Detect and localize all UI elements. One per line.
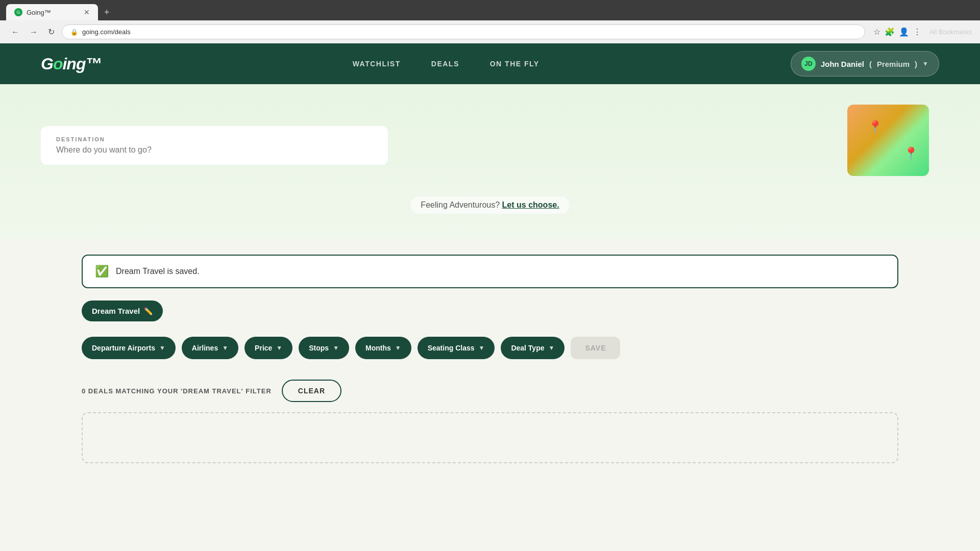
departure-airports-label: Departure Airports xyxy=(92,344,155,352)
user-badge-text: Premium xyxy=(877,60,910,68)
let-us-choose-link[interactable]: Let us choose. xyxy=(502,201,559,209)
app-header: Going™ WATCHLIST DEALS ON THE FLY JD Joh… xyxy=(0,43,980,84)
user-name: John Daniel xyxy=(821,60,864,68)
user-menu[interactable]: JD John Daniel (Premium) ▼ xyxy=(791,51,939,77)
hero-left: DESTINATION xyxy=(41,126,837,165)
months-filter[interactable]: Months ▼ xyxy=(355,337,411,359)
success-check-icon: ✅ xyxy=(95,265,109,278)
seating-class-chevron-icon: ▼ xyxy=(479,344,485,352)
menu-button[interactable]: ⋮ xyxy=(913,27,921,37)
browser-chrome: G Going™ ✕ + ← → ↻ 🔒 going.com/deals ☆ 🧩… xyxy=(0,0,980,43)
adventurous-wrapper: Feeling Adventurous? Let us choose. xyxy=(41,186,939,224)
price-filter[interactable]: Price ▼ xyxy=(244,337,292,359)
active-tab: G Going™ ✕ xyxy=(6,4,98,20)
success-message: Dream Travel is saved. xyxy=(116,267,200,276)
months-label: Months xyxy=(365,344,391,352)
deals-count-text: 0 DEALS MATCHING YOUR 'DREAM TRAVEL' FIL… xyxy=(82,387,272,395)
dream-travel-tag[interactable]: Dream Travel ✏️ xyxy=(82,300,163,321)
destination-label: DESTINATION xyxy=(56,136,373,142)
clear-button[interactable]: CLEAR xyxy=(282,380,341,402)
adventurous-label: Feeling Adventurous? xyxy=(421,201,500,209)
deal-type-label: Deal Type xyxy=(511,344,544,352)
destination-box: DESTINATION xyxy=(41,126,388,165)
tab-title: Going™ xyxy=(27,9,51,16)
stops-label: Stops xyxy=(309,344,329,352)
bookmarks-label: All Bookmarks xyxy=(929,28,972,36)
back-button[interactable]: ← xyxy=(8,26,22,39)
refresh-button[interactable]: ↻ xyxy=(45,25,58,39)
stops-filter[interactable]: Stops ▼ xyxy=(299,337,349,359)
forward-button[interactable]: → xyxy=(27,26,41,39)
dream-travel-label: Dream Travel xyxy=(92,307,140,315)
app-logo[interactable]: Going™ xyxy=(41,55,101,73)
seating-class-label: Seating Class xyxy=(428,344,475,352)
nav-on-the-fly[interactable]: ON THE FLY xyxy=(490,60,540,68)
user-chevron-icon: ▼ xyxy=(922,60,928,67)
logo-accent: o xyxy=(53,55,63,73)
departure-airports-chevron-icon: ▼ xyxy=(159,344,165,352)
deal-type-filter[interactable]: Deal Type ▼ xyxy=(501,337,565,359)
seating-class-filter[interactable]: Seating Class ▼ xyxy=(418,337,495,359)
price-chevron-icon: ▼ xyxy=(276,344,282,352)
browser-nav-bar: ← → ↻ 🔒 going.com/deals ☆ 🧩 👤 ⋮ All Book… xyxy=(0,20,980,43)
user-badge: ( xyxy=(869,60,872,68)
edit-icon: ✏️ xyxy=(144,307,153,315)
main-content: ✅ Dream Travel is saved. Dream Travel ✏️… xyxy=(0,239,980,479)
departure-airports-filter[interactable]: Departure Airports ▼ xyxy=(82,337,176,359)
adventurous-text: Feeling Adventurous? Let us choose. xyxy=(410,196,569,214)
airlines-filter[interactable]: Airlines ▼ xyxy=(182,337,238,359)
stops-chevron-icon: ▼ xyxy=(333,344,339,352)
filter-bar: Departure Airports ▼ Airlines ▼ Price ▼ … xyxy=(82,337,898,359)
deals-empty-area xyxy=(82,412,898,463)
profile-button[interactable]: 👤 xyxy=(899,27,909,37)
close-tab-button[interactable]: ✕ xyxy=(84,8,90,16)
months-chevron-icon: ▼ xyxy=(395,344,401,352)
bookmark-star-button[interactable]: ☆ xyxy=(873,27,880,37)
url-text: going.com/deals xyxy=(82,28,131,36)
new-tab-button[interactable]: + xyxy=(100,5,114,20)
success-banner: ✅ Dream Travel is saved. xyxy=(82,255,898,288)
nav-deals[interactable]: DEALS xyxy=(431,60,459,68)
hero-section: DESTINATION 📍 📍 Feeling Adventurous? Let… xyxy=(0,84,980,239)
map-illustration: 📍 📍 xyxy=(837,105,939,186)
address-bar[interactable]: 🔒 going.com/deals xyxy=(62,24,865,39)
lock-icon: 🔒 xyxy=(70,29,78,36)
tab-favicon: G xyxy=(14,8,22,16)
price-label: Price xyxy=(255,344,272,352)
deals-header: 0 DEALS MATCHING YOUR 'DREAM TRAVEL' FIL… xyxy=(82,380,898,402)
hero-row: DESTINATION 📍 📍 xyxy=(41,105,939,186)
airlines-chevron-icon: ▼ xyxy=(222,344,228,352)
browser-actions: ☆ 🧩 👤 ⋮ All Bookmarks xyxy=(873,27,972,37)
airlines-label: Airlines xyxy=(192,344,218,352)
user-avatar: JD xyxy=(801,57,816,71)
nav-watchlist[interactable]: WATCHLIST xyxy=(353,60,401,68)
deal-type-chevron-icon: ▼ xyxy=(549,344,555,352)
map-visual: 📍 📍 xyxy=(847,105,929,176)
main-nav: WATCHLIST DEALS ON THE FLY xyxy=(353,60,540,68)
save-button: SAVE xyxy=(571,337,620,359)
tab-bar: G Going™ ✕ + xyxy=(0,0,980,20)
destination-input[interactable] xyxy=(56,145,373,155)
logo-text: G xyxy=(41,55,53,73)
extensions-button[interactable]: 🧩 xyxy=(885,27,895,37)
map-pin-2: 📍 xyxy=(903,146,919,161)
map-pin-1: 📍 xyxy=(868,120,883,134)
